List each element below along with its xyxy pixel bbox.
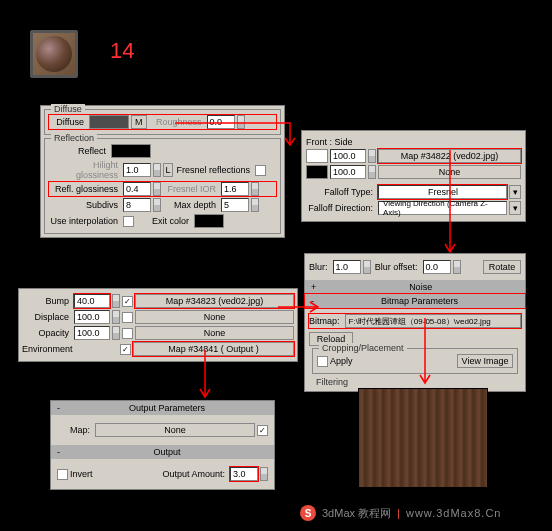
vray-material-panel: Diffuse Diffuse M Roughness 0.0 Reflecti… [40, 105, 285, 238]
spin-icon[interactable] [112, 310, 120, 324]
bump-checkbox[interactable]: ✓ [122, 296, 133, 307]
step-number: 14 [110, 38, 134, 64]
displace-map-button[interactable]: None [135, 310, 294, 324]
reflect-swatch[interactable] [111, 144, 151, 158]
spin-icon[interactable] [260, 467, 268, 481]
fresnel-checkbox[interactable] [255, 165, 266, 176]
front-side-label: Front : Side [306, 137, 356, 147]
reflection-title: Reflection [51, 133, 97, 143]
displace-value[interactable]: 100.0 [74, 310, 110, 324]
output-map-label: Map: [57, 425, 93, 435]
watermark-site: 3dMax 教程网 [322, 506, 391, 521]
spin-icon[interactable] [153, 163, 161, 177]
opacity-checkbox[interactable] [122, 328, 133, 339]
spin-icon[interactable] [153, 182, 161, 196]
dropdown-icon[interactable]: ▾ [509, 201, 521, 215]
useinterp-label: Use interpolation [49, 216, 121, 226]
spin-icon[interactable] [112, 294, 120, 308]
wood-preview [358, 388, 488, 488]
diffuse-title: Diffuse [51, 104, 85, 114]
env-checkbox[interactable]: ✓ [120, 344, 131, 355]
env-label: Environment [22, 344, 72, 354]
spin-icon[interactable] [153, 198, 161, 212]
dropdown-icon[interactable]: ▾ [509, 185, 521, 199]
spin-icon[interactable] [363, 260, 371, 274]
diffuse-map-button[interactable]: M [131, 115, 147, 129]
invert-checkbox[interactable] [57, 469, 68, 480]
lock-button[interactable]: L [163, 163, 173, 177]
diffuse-swatch[interactable] [89, 115, 129, 129]
rotate-button[interactable]: Rotate [483, 260, 521, 274]
bitmap-panel: Blur: 1.0 Blur offset: 0.0 Rotate +Noise… [304, 253, 526, 392]
material-thumbnail [30, 30, 78, 78]
front-value[interactable]: 100.0 [330, 149, 366, 163]
side-map-button[interactable]: None [378, 165, 521, 179]
blur-value[interactable]: 1.0 [333, 260, 361, 274]
spin-icon[interactable] [251, 182, 259, 196]
maxdepth-label: Max depth [163, 200, 219, 210]
blur-offset-label: Blur offset: [373, 262, 421, 272]
roughness-label: Roughness [149, 117, 205, 127]
bump-map-button[interactable]: Map #34823 (ved02.jpg) [135, 294, 294, 308]
opacity-map-button[interactable]: None [135, 326, 294, 340]
apply-checkbox[interactable] [317, 356, 328, 367]
fresnel-ior-value[interactable]: 1.6 [221, 182, 249, 196]
output-amount-value[interactable]: 3.0 [230, 467, 258, 481]
exit-swatch[interactable] [194, 214, 224, 228]
bitmap-path-button[interactable]: F:\时代雅园谭组（09-05-08）\ved02.jpg [345, 314, 521, 328]
env-map-button[interactable]: Map #34841 ( Output ) [133, 342, 294, 356]
blur-label: Blur: [309, 262, 331, 272]
output-params-header[interactable]: Output Parameters [66, 403, 268, 413]
refl-gloss-label: Refl. glossiness [49, 184, 121, 194]
spin-icon[interactable] [251, 198, 259, 212]
invert-label: Invert [70, 469, 96, 479]
spin-icon[interactable] [368, 149, 376, 163]
bump-value[interactable]: 40.0 [74, 294, 110, 308]
diffuse-row: Diffuse M Roughness 0.0 [49, 115, 276, 129]
spin-icon[interactable] [368, 165, 376, 179]
displace-checkbox[interactable] [122, 312, 133, 323]
spin-icon[interactable] [237, 115, 245, 129]
fresnel-ior-label: Fresnel IOR [163, 184, 219, 194]
bitmap-params-header[interactable]: Bitmap Parameters [320, 296, 519, 306]
roughness-value[interactable]: 0.0 [207, 115, 235, 129]
filtering-label: Filtering [313, 377, 525, 387]
exit-label: Exit color [136, 216, 192, 226]
watermark-logo: S [300, 505, 316, 521]
output-panel: -Output Parameters Map: None ✓ -Output I… [50, 400, 275, 490]
noise-header[interactable]: Noise [322, 282, 519, 292]
side-value[interactable]: 100.0 [330, 165, 366, 179]
bitmap-label: Bitmap: [309, 316, 343, 326]
apply-label: Apply [330, 356, 356, 366]
output-header[interactable]: Output [66, 447, 268, 457]
refl-gloss-value[interactable]: 0.4 [123, 182, 151, 196]
reflect-label: Reflect [49, 146, 109, 156]
hilight-value[interactable]: 1.0 [123, 163, 151, 177]
falloff-type-label: Falloff Type: [306, 187, 376, 197]
subdivs-value[interactable]: 8 [123, 198, 151, 212]
side-swatch[interactable] [306, 165, 328, 179]
front-swatch[interactable] [306, 149, 328, 163]
displace-label: Displace [22, 312, 72, 322]
falloff-dir-select[interactable]: Viewing Direction (Camera Z-Axis) [378, 201, 507, 215]
view-image-button[interactable]: View Image [457, 354, 513, 368]
blur-offset-value[interactable]: 0.0 [423, 260, 451, 274]
maxdepth-value[interactable]: 5 [221, 198, 249, 212]
hilight-label: Hilight glossiness [49, 160, 121, 180]
opacity-label: Opacity [22, 328, 72, 338]
watermark-url: www.3dMax8.Cn [406, 507, 502, 519]
spin-icon[interactable] [453, 260, 461, 274]
fresnel-refl-label: Fresnel reflections [175, 165, 253, 175]
front-map-button[interactable]: Map #34822 (ved02.jpg) [378, 149, 521, 163]
falloff-panel: Front : Side 100.0 Map #34822 (ved02.jpg… [301, 130, 526, 222]
output-map-checkbox[interactable]: ✓ [257, 425, 268, 436]
spin-icon[interactable] [112, 326, 120, 340]
subdivs-label: Subdivs [49, 200, 121, 210]
falloff-dir-label: Falloff Direction: [306, 203, 376, 213]
output-map-button[interactable]: None [95, 423, 255, 437]
maps-panel: Bump 40.0 ✓ Map #34823 (ved02.jpg) Displ… [18, 288, 298, 362]
bump-label: Bump [22, 296, 72, 306]
useinterp-checkbox[interactable] [123, 216, 134, 227]
opacity-value[interactable]: 100.0 [74, 326, 110, 340]
falloff-type-select[interactable]: Fresnel [378, 185, 507, 199]
